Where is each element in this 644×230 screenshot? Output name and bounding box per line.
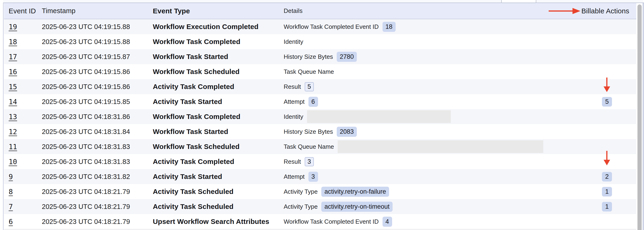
table-row[interactable]: 10 2025-06-23 UTC 04:18:31.83 Activity T… — [4, 154, 636, 169]
event-type-text: Workflow Task Scheduled — [153, 68, 284, 76]
details-cell: History Size Bytes 2780 — [284, 52, 578, 62]
billable-actions-badge: 1 — [602, 187, 612, 196]
table-bottom-border — [4, 229, 636, 229]
details-cell: Result 3 — [284, 157, 578, 166]
detail-value-badge: activity.retry-on-timeout — [321, 202, 392, 212]
table-row[interactable]: 9 2025-06-23 UTC 04:18:31.82 Activity Ta… — [4, 169, 636, 184]
event-id-link[interactable]: 15 — [9, 83, 17, 91]
event-id-link[interactable]: 14 — [9, 98, 17, 106]
detail-value-badge: 6 — [308, 97, 318, 107]
details-cell: Workflow Task Completed Event ID 18 — [284, 22, 578, 32]
event-type-text: Activity Task Scheduled — [153, 203, 284, 210]
card-right-border — [643, 3, 644, 230]
event-id-link[interactable]: 10 — [9, 158, 17, 166]
timestamp-text: 2025-06-23 UTC 04:18:21.79 — [42, 188, 153, 196]
event-id-link[interactable]: 17 — [9, 53, 17, 61]
details-cell: Task Queue Name — [284, 140, 578, 153]
timestamp-text: 2025-06-23 UTC 04:18:31.82 — [42, 173, 153, 181]
partial-cell — [501, 0, 536, 3]
event-type-text: Workflow Task Scheduled — [153, 143, 284, 151]
event-type-text: Workflow Task Started — [153, 53, 284, 61]
detail-value-badge: 2780 — [337, 52, 357, 62]
timestamp-text: 2025-06-23 UTC 04:19:15.86 — [42, 83, 153, 91]
table-row[interactable]: 15 2025-06-23 UTC 04:19:15.86 Activity T… — [4, 79, 636, 94]
event-id-link[interactable]: 7 — [9, 203, 13, 211]
timestamp-text: 2025-06-23 UTC 04:18:31.84 — [42, 128, 153, 136]
event-id-link[interactable]: 16 — [9, 68, 17, 76]
detail-value-badge: 5 — [305, 82, 314, 91]
timestamp-text: 2025-06-23 UTC 04:19:15.87 — [42, 53, 153, 61]
event-id-link[interactable]: 8 — [9, 188, 13, 196]
detail-label: Attempt — [284, 173, 305, 180]
timestamp-text: 2025-06-23 UTC 04:18:31.83 — [42, 143, 153, 151]
event-type-text: Workflow Task Completed — [153, 38, 284, 46]
details-cell: Identity — [284, 38, 578, 45]
detail-label: Result — [284, 158, 301, 165]
detail-label: Workflow Task Completed Event ID — [284, 218, 379, 225]
detail-value-badge: 3 — [305, 157, 314, 166]
table-row[interactable]: 12 2025-06-23 UTC 04:18:31.84 Workflow T… — [4, 124, 636, 139]
event-id-link[interactable]: 9 — [9, 173, 13, 181]
details-cell: Result 5 — [284, 82, 578, 91]
details-cell: History Size Bytes 2083 — [284, 127, 578, 137]
timestamp-text: 2025-06-23 UTC 04:18:21.79 — [42, 203, 153, 210]
event-type-text: Activity Task Completed — [153, 158, 284, 166]
event-type-text: Activity Task Started — [153, 98, 284, 106]
event-history-table: Event ID Timestamp Event Type Details Bi… — [3, 3, 644, 230]
table-row[interactable]: 11 2025-06-23 UTC 04:18:31.83 Workflow T… — [4, 139, 636, 154]
billable-actions-badge: 1 — [602, 202, 612, 211]
details-cell: Workflow Task Completed Event ID 4 — [284, 217, 578, 227]
column-header-details: Details — [284, 7, 578, 15]
detail-label: Task Queue Name — [284, 143, 334, 150]
table-row[interactable]: 14 2025-06-23 UTC 04:19:15.85 Activity T… — [4, 94, 636, 109]
details-cell: Task Queue Name — [284, 68, 578, 75]
scrollbar-track[interactable] — [636, 3, 643, 230]
billable-actions-cell — [578, 34, 636, 49]
detail-label: Activity Type — [284, 188, 318, 195]
billable-actions-cell — [578, 19, 636, 34]
details-cell: Attempt 6 — [284, 97, 578, 107]
event-type-text: Activity Task Scheduled — [153, 188, 284, 196]
column-header-timestamp: Timestamp — [42, 7, 153, 15]
event-id-link[interactable]: 18 — [9, 38, 17, 46]
table-row[interactable]: 7 2025-06-23 UTC 04:18:21.79 Activity Ta… — [4, 199, 636, 214]
billable-actions-cell — [578, 64, 636, 79]
column-header-event-type: Event Type — [153, 7, 284, 15]
billable-actions-cell: 5 — [578, 94, 636, 109]
table-row[interactable]: 19 2025-06-23 UTC 04:19:15.88 Workflow E… — [4, 19, 636, 34]
timestamp-text: 2025-06-23 UTC 04:18:31.86 — [42, 113, 153, 121]
event-type-text: Activity Task Started — [153, 173, 284, 181]
column-header-event-id: Event ID — [4, 7, 42, 15]
details-cell: Activity Type activity.retry-on-timeout — [284, 202, 578, 212]
detail-label: Result — [284, 83, 301, 90]
billable-actions-cell — [578, 79, 636, 94]
billable-actions-cell: 1 — [578, 184, 636, 199]
table-row[interactable]: 6 2025-06-23 UTC 04:18:21.79 Upsert Work… — [4, 214, 636, 229]
timestamp-text: 2025-06-23 UTC 04:19:15.88 — [42, 23, 153, 31]
event-id-link[interactable]: 19 — [9, 23, 17, 31]
event-id-link[interactable]: 13 — [9, 113, 17, 121]
detail-label: Attempt — [284, 98, 305, 105]
details-cell: Activity Type activity.retry-on-failure — [284, 187, 578, 197]
redacted-value-block — [307, 110, 451, 123]
event-id-link[interactable]: 6 — [9, 217, 13, 226]
detail-value-badge: 18 — [382, 22, 396, 32]
detail-label: Task Queue Name — [284, 68, 334, 75]
event-id-link[interactable]: 12 — [9, 128, 17, 136]
event-id-link[interactable]: 11 — [9, 143, 17, 151]
table-row[interactable]: 8 2025-06-23 UTC 04:18:21.79 Activity Ta… — [4, 184, 636, 199]
table-row[interactable]: 18 2025-06-23 UTC 04:19:15.88 Workflow T… — [4, 34, 636, 49]
table-row[interactable]: 13 2025-06-23 UTC 04:18:31.86 Workflow T… — [4, 109, 636, 124]
timestamp-text: 2025-06-23 UTC 04:19:15.88 — [42, 38, 153, 46]
redacted-value-block — [338, 140, 543, 153]
partial-row-above-table — [3, 0, 643, 3]
event-type-text: Activity Task Completed — [153, 83, 284, 91]
billable-actions-cell — [578, 139, 636, 154]
table-row[interactable]: 16 2025-06-23 UTC 04:19:15.86 Workflow T… — [4, 64, 636, 79]
table-row[interactable]: 17 2025-06-23 UTC 04:19:15.87 Workflow T… — [4, 49, 636, 64]
scrollbar-thumb[interactable] — [638, 5, 642, 230]
event-type-text: Workflow Task Completed — [153, 113, 284, 121]
detail-value-badge: 3 — [308, 172, 318, 182]
details-cell: Attempt 3 — [284, 172, 578, 182]
billable-actions-cell — [578, 124, 636, 139]
